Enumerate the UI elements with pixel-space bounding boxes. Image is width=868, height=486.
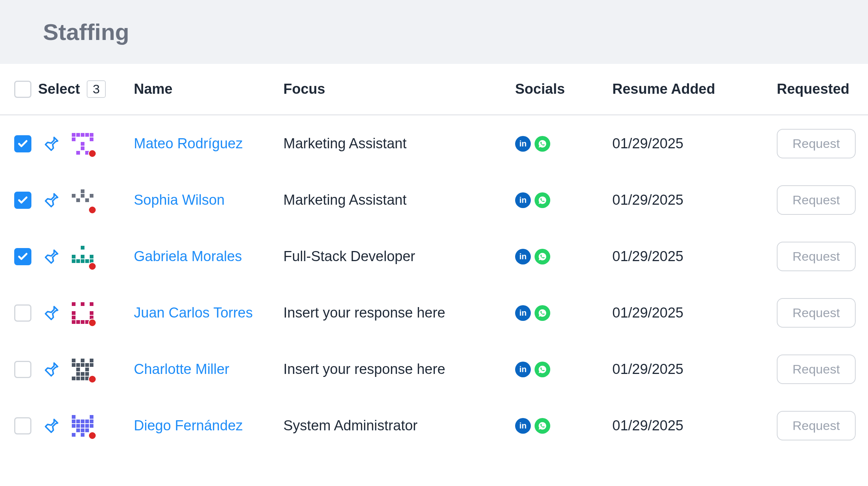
- svg-rect-76: [72, 415, 76, 419]
- person-name-link[interactable]: Sophia Wilson: [134, 192, 225, 208]
- linkedin-icon[interactable]: in: [515, 418, 531, 434]
- pin-icon[interactable]: [43, 192, 60, 209]
- request-button[interactable]: Request: [777, 129, 856, 158]
- linkedin-icon[interactable]: in: [515, 192, 531, 208]
- linkedin-icon[interactable]: in: [515, 249, 531, 264]
- svg-rect-63: [76, 368, 80, 371]
- row-checkbox[interactable]: [14, 361, 31, 378]
- svg-rect-85: [90, 424, 93, 428]
- request-button[interactable]: Request: [777, 185, 856, 215]
- status-dot-icon: [88, 375, 96, 383]
- request-button[interactable]: Request: [777, 411, 856, 440]
- request-button[interactable]: Request: [777, 298, 856, 328]
- linkedin-icon[interactable]: in: [515, 136, 531, 152]
- svg-rect-54: [90, 359, 93, 362]
- pin-icon[interactable]: [43, 304, 60, 322]
- focus-text: Full-Stack Developer: [283, 248, 415, 264]
- svg-rect-51: [81, 320, 84, 324]
- svg-rect-19: [90, 194, 93, 198]
- table-row: Diego FernándezSystem Administratorin01/…: [0, 397, 868, 454]
- svg-rect-8: [90, 137, 93, 141]
- svg-rect-26: [81, 246, 84, 250]
- svg-rect-46: [72, 320, 76, 324]
- svg-rect-22: [76, 198, 80, 202]
- row-checkbox[interactable]: [14, 304, 31, 322]
- person-name-link[interactable]: Mateo Rodríguez: [134, 136, 243, 151]
- row-checkbox[interactable]: [14, 192, 31, 209]
- pin-icon[interactable]: [43, 248, 60, 265]
- person-name-link[interactable]: Charlotte Miller: [134, 361, 230, 377]
- page-header: Staffing: [0, 0, 868, 64]
- svg-rect-94: [72, 433, 76, 437]
- person-name-link[interactable]: Gabriela Morales: [134, 248, 242, 264]
- focus-text: Insert your response here: [283, 361, 445, 377]
- avatar[interactable]: [71, 245, 94, 268]
- person-name-link[interactable]: Juan Carlos Torres: [134, 305, 253, 321]
- row-checkbox[interactable]: [14, 135, 31, 152]
- linkedin-icon[interactable]: in: [515, 362, 531, 377]
- select-all-checkbox[interactable]: [14, 81, 31, 98]
- resume-date: 01/29/2025: [612, 361, 683, 377]
- select-count: 3: [87, 80, 106, 98]
- svg-rect-48: [76, 320, 80, 324]
- avatar[interactable]: [71, 358, 94, 381]
- row-checkbox[interactable]: [14, 417, 31, 434]
- row-checkbox[interactable]: [14, 248, 31, 265]
- request-button[interactable]: Request: [777, 242, 856, 271]
- svg-rect-38: [72, 302, 76, 306]
- svg-rect-87: [85, 424, 89, 428]
- status-dot-icon: [88, 262, 96, 270]
- svg-rect-60: [85, 363, 89, 367]
- svg-rect-58: [90, 363, 93, 367]
- table-row: Juan Carlos TorresInsert your response h…: [0, 285, 868, 341]
- pin-icon[interactable]: [43, 135, 60, 152]
- whatsapp-icon[interactable]: [535, 136, 550, 152]
- resume-date: 01/29/2025: [612, 136, 683, 151]
- person-name-link[interactable]: Diego Fernández: [134, 418, 243, 433]
- col-select-header: Select 3: [14, 80, 126, 98]
- focus-text: System Administrator: [283, 418, 418, 433]
- whatsapp-icon[interactable]: [535, 249, 550, 264]
- pin-icon[interactable]: [43, 361, 60, 378]
- avatar[interactable]: [71, 132, 94, 155]
- whatsapp-icon[interactable]: [535, 192, 550, 208]
- status-dot-icon: [88, 319, 96, 327]
- svg-rect-33: [76, 259, 80, 263]
- svg-rect-78: [72, 420, 76, 423]
- svg-rect-4: [85, 133, 89, 137]
- svg-rect-44: [72, 316, 76, 319]
- svg-rect-10: [81, 142, 84, 146]
- col-resume-header: Resume Added: [612, 81, 777, 97]
- svg-rect-43: [90, 311, 93, 315]
- table-row: Mateo RodríguezMarketing Assistantin01/2…: [0, 115, 868, 172]
- svg-rect-71: [76, 377, 80, 380]
- staffing-table: Select 3 Name Focus Socials Resume Added…: [0, 64, 868, 454]
- svg-rect-3: [76, 133, 80, 137]
- avatar[interactable]: [71, 301, 94, 325]
- table-row: Sophia WilsonMarketing Assistantin01/29/…: [0, 172, 868, 228]
- svg-rect-69: [72, 377, 76, 380]
- resume-date: 01/29/2025: [612, 248, 683, 264]
- svg-rect-81: [85, 420, 89, 423]
- avatar[interactable]: [71, 189, 94, 212]
- status-dot-icon: [88, 431, 96, 440]
- whatsapp-icon[interactable]: [535, 362, 550, 377]
- resume-date: 01/29/2025: [612, 418, 683, 433]
- col-socials-header: Socials: [515, 81, 612, 97]
- request-button[interactable]: Request: [777, 355, 856, 384]
- svg-rect-89: [81, 424, 84, 428]
- svg-rect-2: [90, 133, 93, 137]
- whatsapp-icon[interactable]: [535, 418, 550, 434]
- focus-text: Marketing Assistant: [283, 192, 406, 208]
- select-label: Select: [38, 81, 80, 97]
- svg-rect-30: [81, 255, 84, 259]
- svg-rect-42: [72, 311, 76, 315]
- avatar[interactable]: [71, 414, 94, 437]
- table-row: Gabriela MoralesFull-Stack Developerin01…: [0, 228, 868, 285]
- pin-icon[interactable]: [43, 417, 60, 434]
- whatsapp-icon[interactable]: [535, 305, 550, 321]
- svg-rect-34: [85, 259, 89, 263]
- linkedin-icon[interactable]: in: [515, 305, 531, 321]
- svg-rect-31: [72, 259, 76, 263]
- svg-rect-83: [81, 420, 84, 423]
